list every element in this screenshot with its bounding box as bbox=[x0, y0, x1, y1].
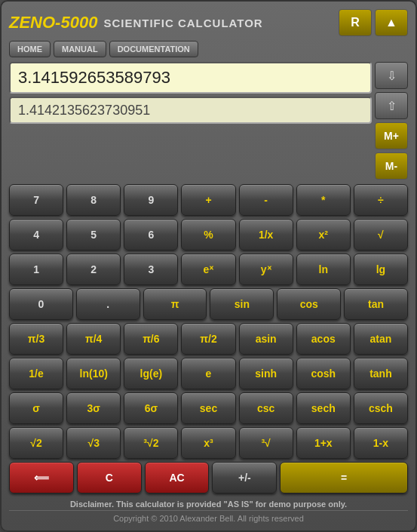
brand-name: ZENO-5000 bbox=[9, 13, 97, 32]
btn-0[interactable]: 0 bbox=[9, 288, 73, 320]
btn-x3[interactable]: x³ bbox=[181, 427, 235, 459]
btn-yx[interactable]: yˣ bbox=[239, 254, 293, 285]
backspace-button[interactable]: ⟸ bbox=[9, 462, 74, 494]
btn-pi4[interactable]: π/4 bbox=[66, 323, 121, 355]
btn-6[interactable]: 6 bbox=[124, 219, 178, 251]
btn-multiply[interactable]: * bbox=[296, 184, 351, 216]
row-7: σ 3σ 6σ sec csc sech csch bbox=[9, 392, 408, 424]
footer: Disclaimer. This calculator is provided … bbox=[9, 500, 408, 523]
row-3: 1 2 3 eˣ yˣ ln lg bbox=[9, 254, 408, 285]
btn-6sigma[interactable]: 6σ bbox=[124, 392, 178, 424]
memory-plus-button[interactable]: M+ bbox=[375, 122, 408, 149]
allclear-button[interactable]: AC bbox=[145, 462, 210, 494]
btn-3[interactable]: 3 bbox=[124, 254, 178, 285]
triangle-button[interactable]: ▲ bbox=[375, 9, 408, 36]
disclaimer-label: Disclaimer bbox=[70, 500, 112, 509]
disclaimer-text: Disclaimer. This calculator is provided … bbox=[9, 500, 408, 509]
btn-lg[interactable]: lg bbox=[354, 254, 408, 285]
plusminus-button[interactable]: +/- bbox=[212, 462, 277, 494]
disclaimer-body: . This calculator is provided "AS IS" fo… bbox=[112, 500, 347, 509]
row-1: 7 8 9 + - * ÷ bbox=[9, 184, 408, 216]
displays-area: 3.141592653589793 1.4142135623730951 ⇩ ⇧… bbox=[9, 62, 408, 180]
btn-1plusx[interactable]: 1+x bbox=[296, 427, 351, 459]
btn-1minusx[interactable]: 1-x bbox=[354, 427, 408, 459]
nav-row: HOME MANUAL DOCUMENTATION bbox=[9, 41, 408, 57]
btn-tan[interactable]: tan bbox=[344, 288, 408, 320]
btn-pi3[interactable]: π/3 bbox=[9, 323, 63, 355]
row-4: 0 . π sin cos tan bbox=[9, 288, 408, 320]
btn-cos[interactable]: cos bbox=[277, 288, 341, 320]
clear-button[interactable]: C bbox=[77, 462, 142, 494]
btn-divide[interactable]: ÷ bbox=[354, 184, 408, 216]
btn-9[interactable]: 9 bbox=[124, 184, 178, 216]
btn-cbrt[interactable]: ³√ bbox=[239, 427, 293, 459]
btn-sech[interactable]: sech bbox=[296, 392, 351, 424]
secondary-display: 1.4142135623730951 bbox=[9, 97, 372, 124]
btn-sec[interactable]: sec bbox=[181, 392, 235, 424]
btn-1[interactable]: 1 bbox=[9, 254, 63, 285]
btn-1e[interactable]: 1/e bbox=[9, 358, 63, 389]
row-8: √2 √3 ³√2 x³ ³√ 1+x 1-x bbox=[9, 427, 408, 459]
btn-pi2[interactable]: π/2 bbox=[181, 323, 235, 355]
btn-sqrt2[interactable]: √2 bbox=[9, 427, 63, 459]
btn-cosh[interactable]: cosh bbox=[296, 358, 351, 389]
btn-exp[interactable]: eˣ bbox=[181, 254, 235, 285]
btn-tanh[interactable]: tanh bbox=[354, 358, 408, 389]
header-left: ZENO-5000 SCIENTIFIC CALCULATOR bbox=[9, 13, 263, 32]
buttons-grid: 7 8 9 + - * ÷ 4 5 6 % 1/x x² √ 1 2 3 eˣ … bbox=[9, 184, 408, 494]
btn-ln[interactable]: ln bbox=[296, 254, 351, 285]
bottom-row: ⟸ C AC +/- = bbox=[9, 462, 408, 494]
nav-documentation[interactable]: DOCUMENTATION bbox=[109, 41, 198, 57]
btn-acos[interactable]: acos bbox=[296, 323, 351, 355]
nav-home[interactable]: HOME bbox=[9, 41, 51, 57]
btn-7[interactable]: 7 bbox=[9, 184, 63, 216]
btn-pi[interactable]: π bbox=[143, 288, 207, 320]
copyright-text: Copyright © 2010 Alexander Bell. All rig… bbox=[9, 510, 408, 523]
btn-atan[interactable]: atan bbox=[354, 323, 408, 355]
displays-right: ⇩ ⇧ M+ M- bbox=[375, 62, 408, 180]
r-button[interactable]: R bbox=[339, 9, 372, 36]
memory-minus-button[interactable]: M- bbox=[375, 152, 408, 180]
btn-square[interactable]: x² bbox=[296, 219, 351, 251]
btn-csch[interactable]: csch bbox=[354, 392, 408, 424]
btn-csc[interactable]: csc bbox=[239, 392, 293, 424]
btn-sinh[interactable]: sinh bbox=[239, 358, 293, 389]
btn-reciprocal[interactable]: 1/x bbox=[239, 219, 293, 251]
btn-5[interactable]: 5 bbox=[66, 219, 121, 251]
btn-e[interactable]: e bbox=[181, 358, 235, 389]
btn-3sigma[interactable]: 3σ bbox=[66, 392, 121, 424]
btn-cbrt2[interactable]: ³√2 bbox=[124, 427, 178, 459]
nav-manual[interactable]: MANUAL bbox=[54, 41, 106, 57]
btn-sigma[interactable]: σ bbox=[9, 392, 63, 424]
calculator: ZENO-5000 SCIENTIFIC CALCULATOR R ▲ HOME… bbox=[0, 0, 417, 532]
btn-sqrt[interactable]: √ bbox=[354, 219, 408, 251]
row-6: 1/e ln(10) lg(e) e sinh cosh tanh bbox=[9, 358, 408, 389]
scroll-down-button[interactable]: ⇩ bbox=[375, 62, 408, 89]
main-display: 3.141592653589793 bbox=[9, 62, 372, 94]
row-2: 4 5 6 % 1/x x² √ bbox=[9, 219, 408, 251]
btn-4[interactable]: 4 bbox=[9, 219, 63, 251]
btn-percent[interactable]: % bbox=[181, 219, 235, 251]
btn-plus[interactable]: + bbox=[181, 184, 235, 216]
btn-asin[interactable]: asin bbox=[239, 323, 293, 355]
header: ZENO-5000 SCIENTIFIC CALCULATOR R ▲ bbox=[9, 9, 408, 36]
btn-sin[interactable]: sin bbox=[210, 288, 274, 320]
btn-minus[interactable]: - bbox=[239, 184, 293, 216]
row-5: π/3 π/4 π/6 π/2 asin acos atan bbox=[9, 323, 408, 355]
btn-sqrt3[interactable]: √3 bbox=[66, 427, 121, 459]
btn-ln10[interactable]: ln(10) bbox=[66, 358, 121, 389]
equals-button[interactable]: = bbox=[280, 462, 408, 494]
btn-dot[interactable]: . bbox=[76, 288, 140, 320]
displays-left: 3.141592653589793 1.4142135623730951 bbox=[9, 62, 372, 180]
brand-subtitle: SCIENTIFIC CALCULATOR bbox=[103, 17, 262, 29]
btn-pi6[interactable]: π/6 bbox=[124, 323, 178, 355]
btn-lge[interactable]: lg(e) bbox=[124, 358, 178, 389]
btn-8[interactable]: 8 bbox=[66, 184, 121, 216]
scroll-up-button[interactable]: ⇧ bbox=[375, 92, 408, 119]
btn-2[interactable]: 2 bbox=[66, 254, 121, 285]
